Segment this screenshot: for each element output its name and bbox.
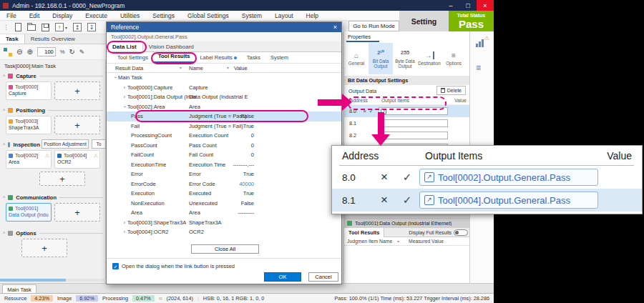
result-row[interactable]: PassCountPass Count0 [107,141,341,151]
tab-bit-data-output[interactable]: 2¹⁰ Bit Data Output [369,43,393,74]
dialog-titlebar[interactable]: Reference × [107,22,341,32]
section-inspection[interactable]: ^ Inspection [3,140,40,149]
result-row[interactable]: ExecutionExecutedTrue [107,189,341,199]
tool-card-ocr2[interactable]: Tool[0004] OCR2 ⚠ [54,150,100,169]
tool-card-data-output[interactable]: Tool[0001] Data Output (Indus... [6,203,52,222]
add-inspection-tool-button[interactable]: + [39,172,85,186]
properties-tab[interactable]: Properties [346,33,379,42]
subtab-system[interactable]: System [265,53,293,63]
menu-utilities[interactable]: Utilities [114,12,146,19]
result-row[interactable]: ProcessingCountExecution Count0 [107,131,341,141]
tab-options[interactable]: ≡ Options [441,43,466,74]
menu-layout[interactable]: Layout [268,12,300,19]
tab-data-list[interactable]: Data List [107,41,143,51]
clear-x-icon[interactable]: × [374,193,395,207]
result-row[interactable]: ›Tool[0001]:Data Output (IndustrialData … [107,92,341,102]
zoom-in-icon[interactable]: ⊕ [26,48,32,56]
collapse-chevron-icon[interactable]: ^ [3,74,5,79]
menu-display[interactable]: Display [46,12,79,19]
confirm-check-icon[interactable]: ✓ [368,108,375,114]
display-full-results-toggle[interactable] [454,229,468,236]
close-all-button[interactable]: Close All [191,244,259,254]
expand-icon[interactable]: › [122,229,127,234]
clear-x-icon[interactable]: × [374,170,395,184]
subtab-tool-results[interactable]: Tool Results [153,51,195,63]
tool-card-capture[interactable]: Tool[0000] Capture [6,81,52,100]
section-options[interactable]: ^ Options [3,229,103,237]
output-row-8.1[interactable]: 8.1 [344,117,470,129]
tab-byte-data-output[interactable]: 255 Byte Data Output [393,43,417,74]
upload-device-icon[interactable]: ↥ [73,23,82,31]
result-row[interactable]: ExecutionTimeExecution Time--------,--- [107,160,341,170]
tool-card-area[interactable]: Tool[0002] Area ⚠ [6,150,52,169]
filter-funnel-icon[interactable]: ▾ [397,239,399,244]
collapse-chevron-icon[interactable]: ^ [3,231,5,236]
list-values-icon[interactable]: ≡ [476,63,488,74]
result-row[interactable]: ›Tool[0004]:OCR2OCR2 [107,227,341,237]
position-adjustment-button[interactable]: Position Adjustment [42,139,89,149]
tab-task[interactable]: Task [0,34,25,44]
tab-tool-results[interactable]: Tool Results [344,228,384,237]
section-communication[interactable]: ^ Communication [3,193,103,202]
add-options-tool-button[interactable]: + [21,239,67,257]
collapse-icon[interactable]: › [113,75,118,81]
collapse-icon[interactable]: › [122,104,127,109]
tab-destination[interactable]: → Destination [417,43,441,74]
filter-funnel-icon[interactable]: ▾ [227,65,229,70]
result-row[interactable]: NonExecutionUnexecutedFalse [107,199,341,209]
filter-funnel-icon[interactable]: ▾ [180,65,182,70]
expand-icon[interactable]: › [122,220,127,225]
inspection-tool-button-clipped[interactable]: To [92,139,106,149]
menu-help[interactable]: Help [300,12,325,19]
menu-system[interactable]: System [235,12,268,19]
result-row[interactable]: FailCountFail Count0 [107,150,341,160]
output-row-8.0[interactable]: 8.0×✓↗ [344,105,470,117]
section-capture[interactable]: ^ Capture [3,71,103,80]
output-row-8.2[interactable]: 8.2 [344,129,470,141]
expand-icon[interactable]: › [122,94,127,99]
link-icon[interactable]: ↗ [424,195,434,205]
result-row[interactable]: ›Tool[0003]:ShapeTrax3AShapeTrax3A [107,218,341,228]
zoom-level-input[interactable] [37,47,56,56]
result-row[interactable]: ›Main Task [107,73,341,83]
tab-general[interactable]: ⌂ General [344,43,369,74]
edit-pencil-icon[interactable]: ✎ [79,49,85,56]
add-communication-tool-button[interactable]: + [54,203,100,222]
output-item-input[interactable]: ↗ [379,107,448,115]
minimize-button[interactable]: – [442,0,459,11]
flowchart-view-icon[interactable] [4,48,12,56]
add-capture-tool-button[interactable]: + [54,81,100,100]
horizontal-scrollbar[interactable] [0,279,106,282]
expand-icon[interactable]: › [122,85,127,90]
result-row[interactable]: ErrorCodeError Code40000 [107,179,341,189]
menu-file[interactable]: File [0,12,23,19]
go-to-run-mode-button[interactable]: Go to Run Mode [348,21,399,31]
result-row[interactable]: AreaArea--------- [107,208,341,218]
result-row[interactable]: ›Tool[0002]:AreaArea [107,102,341,112]
add-positioning-tool-button[interactable]: + [54,116,100,134]
section-positioning[interactable]: ^ Positioning [3,106,103,114]
result-row[interactable]: ›Tool[0000]:CaptureCapture [107,83,341,93]
result-row[interactable]: PassJudgment (True = Pass)False [107,111,341,121]
output-item-link-box[interactable]: ↗Tool[0004].Output.General.Pass [419,192,598,209]
menu-settings[interactable]: Settings [146,12,181,19]
refresh-icon[interactable]: ↻ [69,48,74,56]
collapse-chevron-icon[interactable]: ^ [3,108,5,113]
close-button[interactable]: × [477,0,494,11]
collapse-chevron-icon[interactable]: ^ [3,142,5,147]
open-folder-icon[interactable] [27,24,36,31]
confirm-check-icon[interactable]: ✓ [395,171,419,184]
zoom-out-icon[interactable]: ⊖ [16,48,22,56]
download-device-icon[interactable]: ↧ [87,23,96,31]
dialog-close-icon[interactable]: × [333,24,337,31]
result-row[interactable]: ErrorErrorTrue [107,169,341,179]
ok-button[interactable]: OK [264,272,301,282]
tool-card-shapetrax[interactable]: Tool[0003] ShapeTrax3A [6,116,52,134]
output-item-input[interactable] [379,119,448,127]
subtab-tasks[interactable]: Tasks [242,53,265,63]
menu-execute[interactable]: Execute [79,12,114,19]
menu-edit[interactable]: Edit [23,12,47,19]
delete-button[interactable]: Delete [436,86,466,95]
tab-vision-dashboard[interactable]: Vision Dashboard [143,41,200,51]
subtab-tool-settings[interactable]: Tool Settings [112,53,153,63]
